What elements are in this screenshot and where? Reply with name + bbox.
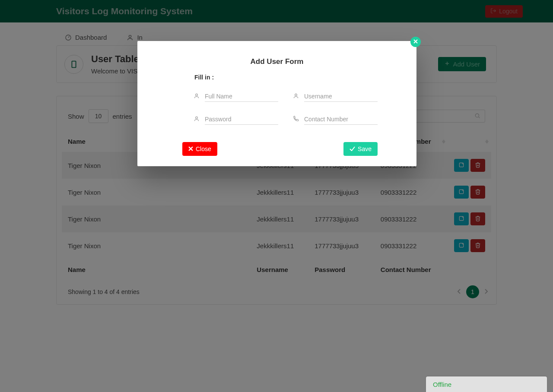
svg-point-25 xyxy=(196,117,198,119)
add-user-modal: Add User Form Fill in : xyxy=(137,41,416,166)
modal-save-button[interactable]: Save xyxy=(343,142,378,156)
modal-save-label: Save xyxy=(358,145,372,152)
user-icon xyxy=(194,116,200,123)
svg-point-24 xyxy=(295,94,297,96)
close-icon xyxy=(413,39,418,45)
modal-close-label: Close xyxy=(196,145,211,152)
offline-label: Offline xyxy=(433,381,451,388)
modal-subtitle: Fill in : xyxy=(194,74,416,81)
offline-dock[interactable]: Offline xyxy=(426,376,547,392)
modal-title: Add User Form xyxy=(137,57,416,66)
contact-input[interactable] xyxy=(304,114,378,125)
modal-close-button[interactable] xyxy=(410,37,421,47)
svg-point-23 xyxy=(196,94,198,96)
user-icon xyxy=(293,93,299,100)
check-icon xyxy=(350,145,355,152)
username-input[interactable] xyxy=(304,91,378,102)
modal-close-action-button[interactable]: Close xyxy=(182,142,217,156)
password-input[interactable] xyxy=(205,114,278,125)
phone-icon xyxy=(293,116,299,123)
fullname-input[interactable] xyxy=(205,91,278,102)
user-icon xyxy=(194,93,200,100)
close-icon xyxy=(188,145,193,152)
